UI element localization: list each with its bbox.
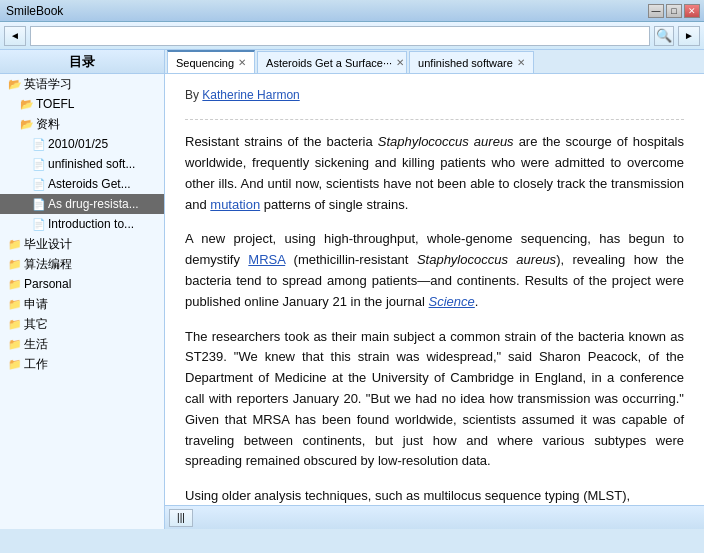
sidebar-item-label: 英语学习 — [24, 76, 72, 93]
folder-icon: 📁 — [8, 238, 22, 251]
sidebar: 目录 📂 英语学习 📂 TOEFL 📂 资料 📄 2010/01/25 📄 un… — [0, 50, 165, 529]
sidebar-item-parsonal[interactable]: 📁 Parsonal — [0, 274, 164, 294]
window-controls: — □ ✕ — [648, 4, 700, 18]
sidebar-item-label: As drug-resista... — [48, 197, 139, 211]
sidebar-item-label: 工作 — [24, 356, 48, 373]
paragraph-2: A new project, using high-throughput, wh… — [185, 229, 684, 312]
mrsa-link[interactable]: MRSA — [248, 252, 285, 267]
folder-icon: 📁 — [8, 318, 22, 331]
tab-close-asteroids[interactable]: ✕ — [396, 57, 404, 68]
title-bar: SmileBook — □ ✕ — [0, 0, 704, 22]
sidebar-item-label: unfinished soft... — [48, 157, 135, 171]
article-content[interactable]: By Katherine Harmon Resistant strains of… — [165, 74, 704, 505]
maximize-button[interactable]: □ — [666, 4, 682, 18]
author-prefix: By — [185, 88, 202, 102]
sidebar-item-as-drug[interactable]: 📄 As drug-resista... — [0, 194, 164, 214]
sidebar-item-qita[interactable]: 📁 其它 — [0, 314, 164, 334]
mutation-link[interactable]: mutation — [210, 197, 260, 212]
folder-icon: 📁 — [8, 258, 22, 271]
folder-icon: 📁 — [8, 338, 22, 351]
sidebar-item-shenqing[interactable]: 📁 申请 — [0, 294, 164, 314]
sidebar-item-english[interactable]: 📂 英语学习 — [0, 74, 164, 94]
folder-open-icon: 📂 — [20, 98, 34, 111]
sidebar-item-label: 算法编程 — [24, 256, 72, 273]
file-icon: 📄 — [32, 158, 46, 171]
tab-sequencing[interactable]: Sequencing ✕ — [167, 50, 255, 73]
file-icon: 📄 — [32, 138, 46, 151]
sidebar-item-toefl[interactable]: 📂 TOEFL — [0, 94, 164, 114]
sidebar-item-label: 生活 — [24, 336, 48, 353]
folder-open-icon: 📂 — [20, 118, 34, 131]
science-link[interactable]: Science — [429, 294, 475, 309]
tab-label: unfinished software — [418, 57, 513, 69]
sidebar-item-label: 毕业设计 — [24, 236, 72, 253]
sidebar-item-gongzuo[interactable]: 📁 工作 — [0, 354, 164, 374]
minimize-button[interactable]: — — [648, 4, 664, 18]
tab-label: Sequencing — [176, 57, 234, 69]
sidebar-item-label: 2010/01/25 — [48, 137, 108, 151]
tabs-bar: Sequencing ✕ Asteroids Get a Surface··· … — [165, 50, 704, 74]
content-divider — [185, 119, 684, 120]
file-icon: 📄 — [32, 198, 46, 211]
sidebar-item-label: TOEFL — [36, 97, 74, 111]
status-button[interactable]: ||| — [169, 509, 193, 527]
file-icon: 📄 — [32, 218, 46, 231]
sidebar-item-unfinished[interactable]: 📄 unfinished soft... — [0, 154, 164, 174]
author-line: By Katherine Harmon — [185, 86, 684, 105]
sidebar-item-label: 其它 — [24, 316, 48, 333]
app-title: SmileBook — [4, 4, 648, 18]
author-link[interactable]: Katherine Harmon — [202, 88, 299, 102]
sidebar-item-asteroids[interactable]: 📄 Asteroids Get... — [0, 174, 164, 194]
sidebar-item-ziliao[interactable]: 📂 资料 — [0, 114, 164, 134]
sidebar-item-biye[interactable]: 📁 毕业设计 — [0, 234, 164, 254]
sidebar-header: 目录 — [0, 50, 164, 74]
tab-close-unfinished[interactable]: ✕ — [517, 57, 525, 68]
tab-asteroids[interactable]: Asteroids Get a Surface··· ✕ — [257, 51, 407, 73]
folder-icon: 📁 — [8, 278, 22, 291]
tab-unfinished[interactable]: unfinished software ✕ — [409, 51, 534, 73]
sidebar-item-date[interactable]: 📄 2010/01/25 — [0, 134, 164, 154]
paragraph-3: The researchers took as their main subje… — [185, 327, 684, 473]
paragraph-4: Using older analysis techniques, such as… — [185, 486, 684, 505]
paragraph-1: Resistant strains of the bacteria Staphy… — [185, 132, 684, 215]
back-button[interactable]: ◄ — [4, 26, 26, 46]
right-panel: Sequencing ✕ Asteroids Get a Surface··· … — [165, 50, 704, 529]
sidebar-item-label: Parsonal — [24, 277, 71, 291]
status-bar: ||| — [165, 505, 704, 529]
folder-icon: 📁 — [8, 298, 22, 311]
sidebar-item-label: Asteroids Get... — [48, 177, 131, 191]
file-icon: 📄 — [32, 178, 46, 191]
toolbar: ◄ 🔍 ► — [0, 22, 704, 50]
sidebar-item-label: Introduction to... — [48, 217, 134, 231]
close-button[interactable]: ✕ — [684, 4, 700, 18]
sidebar-item-suanfa[interactable]: 📁 算法编程 — [0, 254, 164, 274]
tab-label: Asteroids Get a Surface··· — [266, 57, 392, 69]
folder-open-icon: 📂 — [8, 78, 22, 91]
sidebar-item-label: 资料 — [36, 116, 60, 133]
tab-close-sequencing[interactable]: ✕ — [238, 57, 246, 68]
forward-button[interactable]: ► — [678, 26, 700, 46]
folder-icon: 📁 — [8, 358, 22, 371]
search-input[interactable] — [30, 26, 650, 46]
sidebar-item-shenghuo[interactable]: 📁 生活 — [0, 334, 164, 354]
search-button[interactable]: 🔍 — [654, 26, 674, 46]
sidebar-item-label: 申请 — [24, 296, 48, 313]
sidebar-item-intro[interactable]: 📄 Introduction to... — [0, 214, 164, 234]
